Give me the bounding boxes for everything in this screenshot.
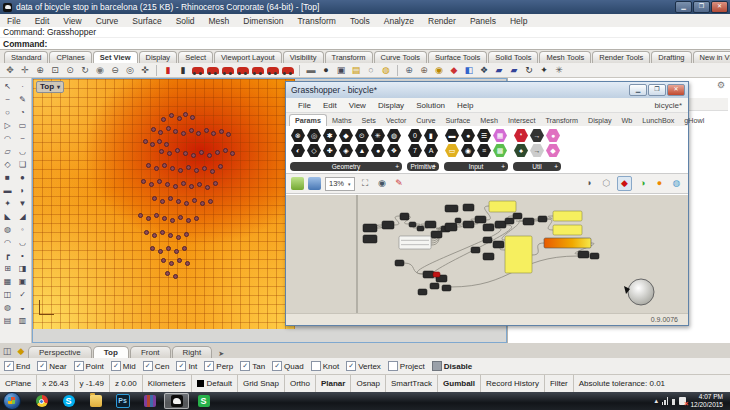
left-toolbar-icon[interactable]: ○ [0, 106, 15, 119]
gh-component-node[interactable] [417, 226, 424, 231]
toolbar-icon[interactable]: ⊙ [64, 64, 76, 77]
gh-restore-button[interactable]: ❐ [648, 84, 666, 96]
gh-error-node[interactable] [433, 272, 440, 277]
left-toolbar-icon[interactable]: ■ [0, 171, 15, 184]
shaded-preview-icon[interactable]: ◆ [617, 176, 632, 191]
data-point[interactable] [199, 150, 204, 155]
data-point[interactable] [138, 213, 143, 218]
palette-expand-icon[interactable]: + [501, 162, 505, 171]
save-file-icon[interactable] [308, 177, 321, 190]
viewport-tab[interactable]: Right [172, 346, 213, 358]
start-button[interactable] [3, 392, 21, 410]
gh-tab[interactable]: Mesh [475, 115, 503, 126]
gh-component-node[interactable] [493, 241, 504, 248]
toolbar-icon[interactable]: ↻ [79, 64, 91, 77]
data-point[interactable] [169, 113, 174, 118]
data-point[interactable] [178, 168, 183, 173]
data-point[interactable] [162, 216, 167, 221]
data-point[interactable] [157, 139, 162, 144]
gold-tool-icon[interactable]: ◆ [14, 344, 28, 358]
left-toolbar-icon[interactable]: ▼ [15, 197, 30, 210]
component-icon[interactable]: ▭ [445, 144, 459, 157]
toolbar-icon[interactable]: ✳ [553, 64, 565, 77]
osnap-option[interactable]: Point [74, 361, 104, 371]
clock[interactable]: 4:07 PM 12/20/2015 [690, 393, 726, 409]
taskbar-green-s-button[interactable]: S [191, 393, 216, 409]
status-cell[interactable]: Filter [545, 375, 574, 392]
gh-panel-node[interactable] [553, 211, 582, 221]
palette-group-label[interactable]: Geometry+ [290, 162, 402, 171]
taskbar-rar-button[interactable] [137, 393, 162, 409]
toolbar-icon[interactable]: ⊕ [418, 64, 430, 77]
data-point[interactable] [194, 216, 199, 221]
left-toolbar-icon[interactable]: ◣ [0, 210, 15, 223]
left-toolbar-icon[interactable]: ◇ [0, 158, 15, 171]
left-toolbar-icon[interactable]: ◔ [15, 106, 30, 119]
data-point[interactable] [151, 127, 156, 132]
taskbar-chrome-button[interactable] [29, 393, 54, 409]
zoom-extents-icon[interactable]: ⛶ [359, 177, 372, 190]
viewport-menu-arrow-icon[interactable] [57, 82, 60, 92]
gh-tab[interactable]: Curve [411, 115, 440, 126]
data-point[interactable] [205, 185, 210, 190]
component-icon[interactable]: ◎ [307, 129, 321, 142]
left-toolbar-icon[interactable]: ↖ [0, 80, 15, 93]
left-toolbar-icon[interactable]: ✦ [0, 197, 15, 210]
tray-expand-icon[interactable]: ▴ [654, 397, 658, 405]
left-toolbar-icon[interactable]: ▱ [0, 145, 15, 158]
gh-menu-item[interactable]: View [343, 101, 372, 110]
data-point[interactable] [176, 199, 181, 204]
toolbar-tab[interactable]: Mesh Tools [539, 51, 591, 63]
toolbar-tab[interactable]: Visibility [283, 51, 324, 63]
grasshopper-window[interactable]: Grasshopper - bicycle* ▁ ❐ ✕ FileEditVie… [285, 81, 689, 326]
preview-eye-icon[interactable]: ◉ [376, 177, 389, 190]
data-point[interactable] [168, 233, 173, 238]
viewport-tab[interactable]: Perspective [28, 346, 92, 358]
gear-icon[interactable]: ⚙ [717, 80, 725, 90]
checkbox[interactable] [4, 361, 14, 371]
toolbar-icon[interactable]: ○ [365, 64, 377, 77]
gh-panel-node[interactable] [553, 225, 582, 235]
data-point[interactable] [150, 142, 155, 147]
data-point[interactable] [223, 148, 228, 153]
gh-component-node[interactable] [483, 237, 492, 243]
component-icon[interactable]: ◇ [307, 144, 321, 157]
menu-item[interactable]: Analyze [377, 16, 421, 26]
data-point[interactable] [152, 233, 157, 238]
data-point[interactable] [158, 249, 163, 254]
maximize-button[interactable]: ❐ [693, 1, 710, 13]
menu-item[interactable]: Solid [169, 16, 202, 26]
gh-tab[interactable]: LunchBox [637, 115, 679, 126]
toolbar-icon[interactable]: ▬ [305, 64, 317, 77]
left-toolbar-icon[interactable]: ▥ [15, 314, 30, 327]
network-icon[interactable] [662, 397, 669, 405]
component-icon[interactable]: ▦ [493, 129, 507, 142]
gh-list-node[interactable] [399, 236, 431, 249]
gh-component-node[interactable] [505, 218, 514, 224]
toolbar-icon[interactable]: ✜ [139, 64, 151, 77]
toolbar-icon[interactable]: ⊕ [403, 64, 415, 77]
checkbox[interactable] [311, 361, 321, 371]
gh-tab[interactable]: Display [583, 115, 617, 126]
component-icon[interactable]: → [530, 144, 544, 157]
gh-menu-item[interactable]: Solution [410, 101, 451, 110]
gh-tab[interactable]: Surface [441, 115, 476, 126]
left-toolbar-icon[interactable]: · [15, 80, 30, 93]
menu-item[interactable]: Surface [125, 16, 168, 26]
data-point[interactable] [213, 181, 218, 186]
component-icon[interactable]: ◉ [461, 144, 475, 157]
left-toolbar-icon[interactable]: ✎ [15, 93, 30, 106]
gh-component-node[interactable] [409, 222, 416, 227]
left-toolbar-icon[interactable]: ❏ [15, 158, 30, 171]
menu-item[interactable]: Render [421, 16, 463, 26]
toolbar-icon[interactable] [222, 67, 234, 74]
zoom-dropdown-arrow-icon[interactable] [348, 178, 351, 190]
left-toolbar-icon[interactable]: ▦ [0, 275, 15, 288]
gh-component-node[interactable] [463, 221, 474, 228]
status-cell[interactable]: SmartTrack [386, 375, 438, 392]
data-point[interactable] [158, 130, 163, 135]
palette-group-label[interactable]: Primitive+ [407, 162, 439, 171]
toolbar-icon[interactable]: ✛ [19, 64, 31, 77]
toolbar-icon[interactable]: ▤ [350, 64, 362, 77]
left-toolbar-icon[interactable]: ◡ [15, 236, 30, 249]
